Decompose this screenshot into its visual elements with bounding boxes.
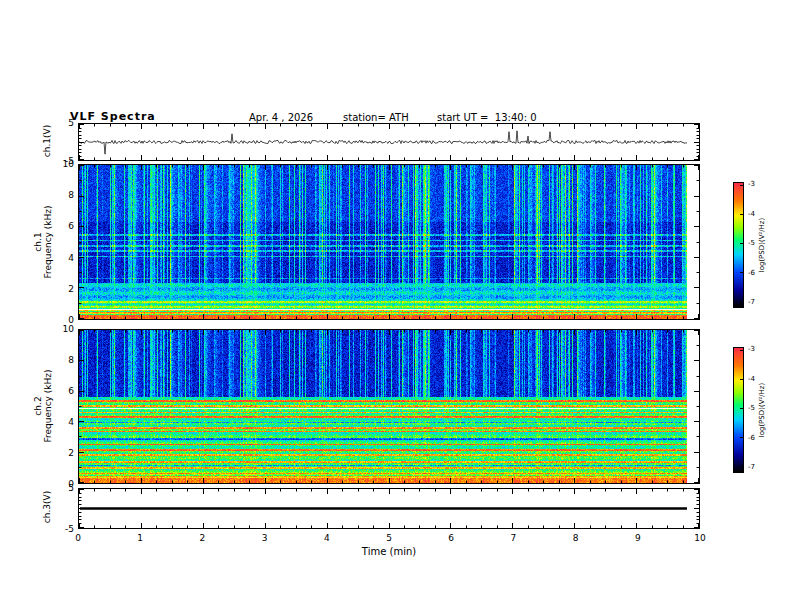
ch1-wave-y-tick-label: -5	[46, 156, 74, 166]
x-tick-label: 2	[192, 533, 212, 543]
station-label: station= ATH	[343, 112, 409, 123]
x-tick-label: 0	[68, 533, 88, 543]
ch1-axis-label-line1: ch.1	[33, 162, 43, 322]
x-axis-title: Time (min)	[78, 546, 700, 557]
vlf-spectra-figure: VLF Spectra Apr. 4 , 2026 station= ATH s…	[0, 0, 792, 612]
ch1-frequency-axis-label: ch.1 Frequency (kHz)	[33, 162, 53, 322]
ch2-spectrogram-panel	[78, 329, 700, 484]
colorbar-tick-label: -7	[748, 298, 755, 308]
colorbar-tick-label: -6	[748, 434, 755, 444]
ch2-axis-label-line2: Frequency (kHz)	[43, 326, 53, 486]
ch2-spec-y-tick-label: 4	[46, 417, 74, 427]
ch1-waveform-plot	[79, 124, 699, 160]
colorbar-tick-label: -6	[748, 269, 755, 279]
colorbar-1-gradient	[734, 183, 743, 307]
colorbar-2	[733, 347, 744, 473]
colorbar-1	[733, 182, 744, 308]
ch2-spec-y-tick-label: 8	[46, 355, 74, 365]
colorbar-tick-label: -4	[748, 210, 755, 220]
x-tick-label: 8	[566, 533, 586, 543]
figure-title: VLF Spectra	[70, 110, 156, 123]
ch2-spectrogram	[79, 330, 699, 483]
ch1-spec-y-tick-label: 6	[46, 221, 74, 231]
colorbar-tick-label: -3	[748, 345, 755, 355]
ch2-frequency-axis-label: ch.2 Frequency (kHz)	[33, 326, 53, 486]
ch1-spectrogram	[79, 165, 699, 319]
x-tick-label: 7	[503, 533, 523, 543]
x-tick-label: 9	[628, 533, 648, 543]
x-tick-label: 5	[379, 533, 399, 543]
x-tick-label: 6	[441, 533, 461, 543]
colorbar-tick-label: -3	[748, 180, 755, 190]
ch2-spec-y-tick-label: 6	[46, 386, 74, 396]
colorbar-2-label: log(PSD)(V²/Hz)	[757, 355, 767, 465]
ch2-spec-y-tick-label: 10	[46, 324, 74, 334]
colorbar-1-label: log(PSD)(V²/Hz)	[757, 190, 767, 300]
ch3-waveform-panel	[78, 488, 700, 529]
start-ut-label: start UT = 13:40: 0	[437, 112, 537, 123]
date-label: Apr. 4 , 2026	[249, 112, 313, 123]
ch1-wave-y-tick-label: 5	[46, 118, 74, 128]
colorbar-2-gradient	[734, 348, 743, 472]
ch2-axis-label-line1: ch.2	[33, 326, 43, 486]
ch1-spec-y-tick-label: 4	[46, 253, 74, 263]
ch2-spec-y-tick-label: 2	[46, 448, 74, 458]
x-tick-label: 3	[255, 533, 275, 543]
ch1-waveform-panel	[78, 123, 700, 161]
colorbar-tick-label: -7	[748, 463, 755, 473]
colorbar-tick-label: -4	[748, 375, 755, 385]
ch1-spectrogram-panel	[78, 164, 700, 320]
ch3-waveform-plot	[79, 489, 699, 528]
colorbar-tick-label: -5	[748, 239, 755, 249]
colorbar-tick-label: -5	[748, 404, 755, 414]
ch1-spec-y-tick-label: 8	[46, 190, 74, 200]
x-tick-label: 10	[690, 533, 710, 543]
ch1-axis-label-line2: Frequency (kHz)	[43, 162, 53, 322]
ch3-wave-y-tick-label: 5	[46, 483, 74, 493]
x-tick-label: 1	[130, 533, 150, 543]
ch3-wave-y-tick-label: -5	[46, 524, 74, 534]
x-tick-label: 4	[317, 533, 337, 543]
ch1-spec-y-tick-label: 2	[46, 284, 74, 294]
